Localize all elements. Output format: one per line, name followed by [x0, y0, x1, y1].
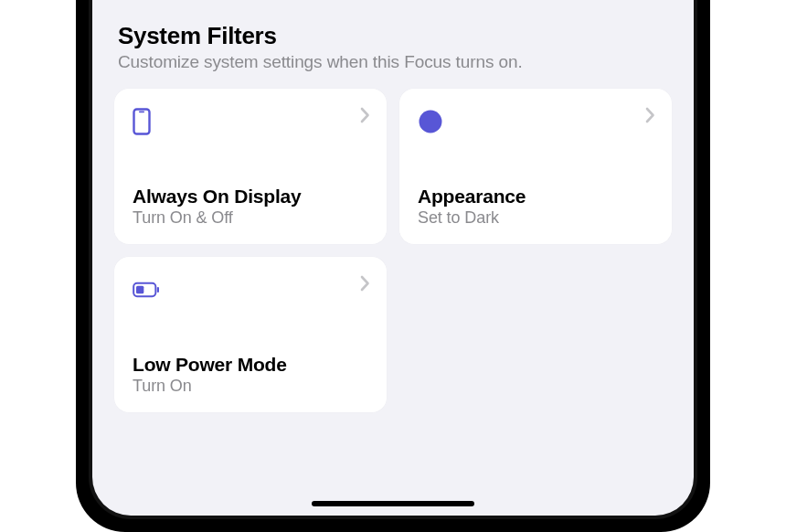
card-title: Appearance — [418, 186, 655, 207]
filter-card-low-power-mode[interactable]: Low Power Mode Turn On — [114, 257, 387, 412]
card-title: Always On Display — [133, 186, 370, 207]
svg-point-2 — [420, 111, 442, 133]
chevron-right-icon — [360, 107, 370, 123]
battery-icon — [133, 275, 160, 304]
card-subtitle: Turn On — [133, 377, 370, 396]
filter-card-always-on-display[interactable]: Always On Display Turn On & Off — [114, 89, 387, 244]
card-subtitle: Set to Dark — [418, 208, 655, 228]
filter-cards-grid: Always On Display Turn On & Off — [114, 89, 672, 412]
appearance-icon — [418, 107, 445, 136]
screen: System Filters Customize system settings… — [92, 0, 694, 516]
filter-card-appearance[interactable]: Appearance Set to Dark — [399, 89, 672, 244]
section-title: System Filters — [118, 22, 672, 50]
card-text: Low Power Mode Turn On — [133, 354, 370, 396]
chevron-right-icon — [645, 107, 655, 123]
phone-inner-bezel: System Filters Customize system settings… — [89, 0, 697, 519]
svg-rect-0 — [134, 110, 150, 134]
card-top-row — [133, 107, 370, 136]
card-top-row — [418, 107, 655, 136]
home-indicator[interactable] — [312, 501, 474, 506]
phone-icon — [133, 107, 160, 136]
section-subtitle: Customize system settings when this Focu… — [118, 52, 672, 72]
chevron-right-icon — [360, 275, 370, 292]
card-subtitle: Turn On & Off — [133, 208, 370, 228]
phone-frame: System Filters Customize system settings… — [76, 0, 710, 532]
section-header: System Filters Customize system settings… — [114, 22, 672, 72]
card-top-row — [133, 275, 370, 304]
card-text: Always On Display Turn On & Off — [133, 186, 370, 228]
svg-rect-4 — [136, 286, 143, 294]
card-text: Appearance Set to Dark — [418, 186, 655, 228]
card-title: Low Power Mode — [133, 354, 370, 376]
svg-rect-5 — [157, 287, 159, 293]
svg-rect-1 — [139, 112, 144, 113]
